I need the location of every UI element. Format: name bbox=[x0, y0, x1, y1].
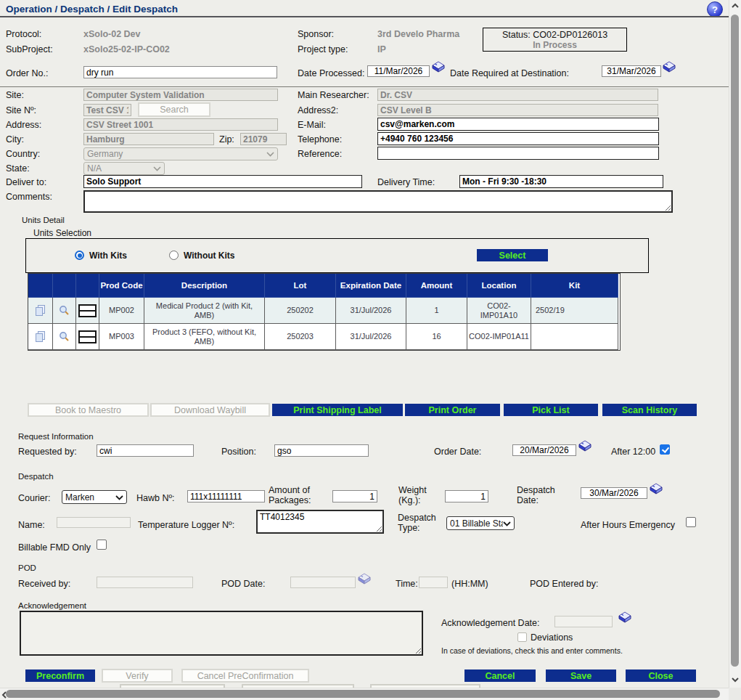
email-input[interactable] bbox=[377, 118, 659, 131]
magnifier-icon[interactable] bbox=[53, 324, 76, 350]
comments-textarea[interactable] bbox=[83, 190, 673, 213]
scroll-down-arrow[interactable] bbox=[732, 677, 739, 684]
despatch-type-select[interactable]: 01 Billable Sta bbox=[446, 516, 515, 530]
courier-value: Marken bbox=[65, 492, 94, 502]
pick-list-button[interactable]: Pick List bbox=[504, 404, 598, 416]
with-kits-radio[interactable] bbox=[75, 251, 84, 260]
pod-entered-by-label: POD Entered by: bbox=[530, 579, 599, 589]
city-label: City: bbox=[6, 134, 24, 145]
cell-kit bbox=[531, 324, 618, 350]
deliver-to-label: Deliver to: bbox=[6, 177, 46, 187]
zip-label: Zip: bbox=[219, 134, 234, 145]
calendar-icon[interactable] bbox=[578, 440, 591, 455]
scrollbar-corner bbox=[729, 688, 741, 700]
help-icon[interactable]: ? bbox=[707, 1, 723, 17]
despatch-label: Despatch bbox=[18, 472, 54, 481]
vertical-scrollbar-thumb[interactable] bbox=[731, 15, 739, 667]
scroll-up-arrow[interactable] bbox=[732, 3, 739, 10]
despatch-type-label: Despatch Type: bbox=[398, 513, 443, 533]
pod-label: POD bbox=[18, 563, 36, 572]
hawb-label: Hawb Nº: bbox=[136, 493, 175, 503]
cell-prod-code: MP002 bbox=[99, 298, 144, 324]
protocol-value: xSolo-02 Dev bbox=[83, 29, 141, 39]
telephone-label: Telephone: bbox=[298, 134, 342, 145]
calendar-icon[interactable] bbox=[432, 61, 445, 76]
col-expiration: Expiration Date bbox=[336, 274, 406, 298]
copy-icon[interactable] bbox=[28, 324, 53, 350]
copy-icon[interactable] bbox=[28, 298, 53, 324]
billable-fmd-checkbox[interactable] bbox=[97, 540, 107, 550]
horizontal-scrollbar-thumb[interactable] bbox=[6, 690, 720, 698]
col-copy bbox=[28, 274, 53, 298]
section-divider bbox=[0, 86, 729, 87]
col-kit: Kit bbox=[531, 274, 618, 298]
chevron-down-icon bbox=[266, 149, 274, 159]
reference-label: Reference: bbox=[298, 149, 342, 159]
telephone-input[interactable] bbox=[377, 132, 659, 145]
name-input bbox=[57, 517, 131, 528]
position-input[interactable] bbox=[274, 444, 369, 457]
split-box-icon[interactable] bbox=[76, 298, 99, 324]
without-kits-radio[interactable] bbox=[169, 251, 179, 260]
requested-by-label: Requested by: bbox=[18, 447, 77, 457]
acknowledgement-textarea[interactable] bbox=[20, 611, 423, 656]
reference-input[interactable] bbox=[377, 147, 659, 160]
despatch-date-label: Despatch Date: bbox=[517, 485, 568, 505]
ack-date-input bbox=[554, 616, 613, 627]
print-shipping-label-button[interactable]: Print Shipping Label bbox=[272, 404, 403, 416]
deviations-hint: In case of deviations, check this and en… bbox=[441, 646, 623, 655]
calendar-icon[interactable] bbox=[618, 611, 631, 626]
requested-by-input[interactable] bbox=[97, 444, 194, 457]
split-box-icon[interactable] bbox=[76, 324, 99, 350]
after-hours-checkbox[interactable] bbox=[686, 517, 696, 527]
deliver-to-input[interactable] bbox=[83, 175, 362, 188]
deviations-checkbox[interactable] bbox=[517, 632, 527, 642]
chevron-down-icon bbox=[503, 518, 511, 529]
despatch-type-value: 01 Billable Sta bbox=[450, 518, 503, 529]
request-info-label: Request Information bbox=[18, 432, 94, 441]
order-no-input[interactable] bbox=[83, 66, 277, 78]
order-date-input[interactable] bbox=[512, 444, 576, 456]
download-waybill-button: Download Waybill bbox=[150, 403, 270, 417]
chevron-down-icon bbox=[115, 492, 123, 502]
close-button[interactable]: Close bbox=[626, 670, 696, 682]
save-button[interactable]: Save bbox=[546, 670, 616, 682]
without-kits-label: Without Kits bbox=[184, 251, 235, 261]
site-input bbox=[83, 89, 278, 101]
calendar-icon[interactable] bbox=[663, 61, 676, 76]
courier-select[interactable]: Marken bbox=[62, 490, 127, 504]
delivery-time-input[interactable] bbox=[459, 175, 663, 188]
site-label: Site: bbox=[6, 90, 24, 100]
cancel-preconfirmation-button: Cancel PreConfirmation bbox=[181, 669, 309, 683]
sponsor-value: 3rd Develo Pharma bbox=[377, 29, 459, 39]
project-type-label: Project type: bbox=[298, 44, 348, 54]
print-order-button[interactable]: Print Order bbox=[405, 404, 500, 416]
ack-date-label: Acknowledgement Date: bbox=[441, 618, 540, 628]
billable-fmd-label: Billable FMD Only bbox=[18, 542, 91, 553]
cell-description: Product 3 (FEFO, without Kit, AMB) bbox=[144, 324, 265, 350]
status-state: In Process bbox=[483, 40, 626, 50]
delivery-time-label: Delivery Time: bbox=[377, 177, 435, 187]
cancel-button[interactable]: Cancel bbox=[464, 670, 536, 682]
book-to-maestro-button: Book to Maestro bbox=[28, 403, 149, 417]
site-no-label: Site Nº: bbox=[6, 105, 36, 115]
cell-location: CO02-IMP01A10 bbox=[467, 298, 531, 324]
hawb-input[interactable] bbox=[187, 490, 265, 502]
calendar-icon[interactable] bbox=[650, 483, 663, 497]
preconfirm-button[interactable]: Preconfirm bbox=[25, 670, 95, 682]
despatch-date-input[interactable] bbox=[581, 487, 647, 499]
date-required-input[interactable] bbox=[602, 65, 661, 77]
magnifier-icon[interactable] bbox=[53, 298, 76, 324]
col-amount: Amount bbox=[406, 274, 467, 298]
received-by-input bbox=[97, 577, 193, 588]
temp-logger-textarea[interactable]: TT4012345 bbox=[256, 510, 384, 534]
after-1200-checkbox[interactable] bbox=[660, 444, 670, 455]
select-button[interactable]: Select bbox=[477, 249, 548, 261]
weight-input[interactable] bbox=[445, 490, 488, 502]
amount-packages-input[interactable] bbox=[332, 490, 377, 502]
scan-history-button[interactable]: Scan History bbox=[602, 404, 697, 416]
address2-input bbox=[377, 104, 658, 116]
state-value: N/A bbox=[87, 163, 102, 174]
order-date-label: Order Date: bbox=[434, 447, 481, 457]
date-processed-input[interactable] bbox=[367, 65, 430, 77]
